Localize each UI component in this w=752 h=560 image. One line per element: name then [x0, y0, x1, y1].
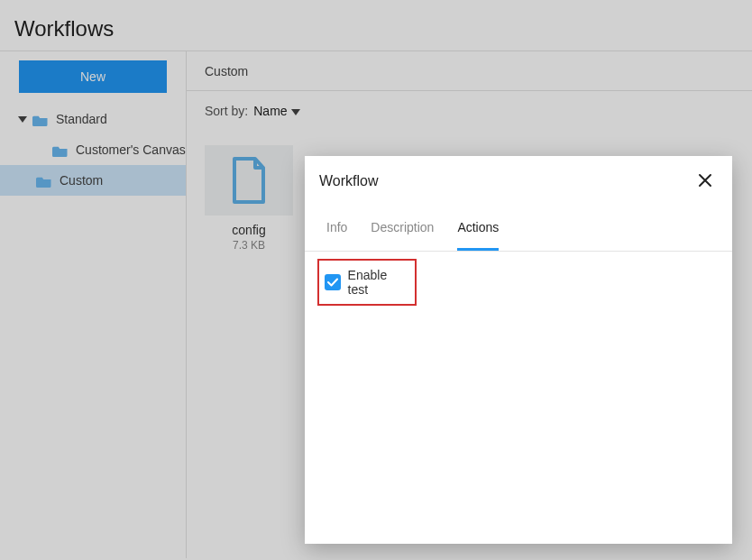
enable-test-checkbox[interactable] — [325, 274, 341, 290]
panel-tabs: Info Description Actions — [305, 207, 732, 252]
check-icon — [327, 274, 338, 290]
enable-test-label: Enable test — [348, 268, 409, 297]
close-button[interactable] — [692, 169, 718, 194]
panel-title: Workflow — [319, 173, 379, 189]
close-icon — [697, 172, 713, 191]
panel-header: Workflow — [305, 156, 732, 207]
enable-test-row: Enable test — [317, 259, 417, 306]
tab-info[interactable]: Info — [326, 207, 347, 251]
tab-description[interactable]: Description — [371, 207, 434, 251]
workflow-panel: Workflow Info Description Actions Enable… — [305, 156, 732, 544]
panel-body-actions: Enable test — [305, 252, 732, 313]
tab-actions[interactable]: Actions — [457, 207, 499, 251]
